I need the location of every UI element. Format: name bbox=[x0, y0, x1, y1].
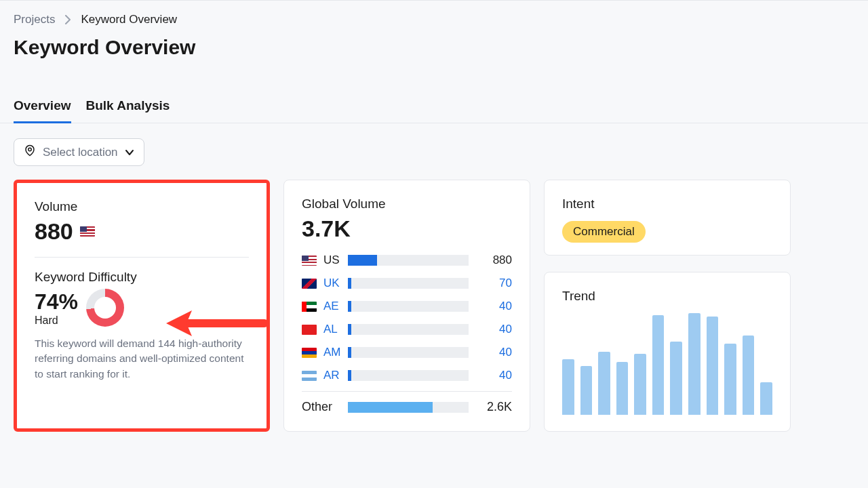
trend-bar bbox=[562, 359, 574, 415]
flag-ar-icon bbox=[302, 371, 317, 381]
tabs: Overview Bulk Analysis bbox=[0, 93, 868, 123]
country-code: US bbox=[323, 253, 341, 267]
trend-bar bbox=[598, 352, 610, 415]
location-pin-icon bbox=[24, 144, 36, 160]
country-value: 40 bbox=[475, 369, 512, 382]
country-value: 880 bbox=[475, 253, 512, 267]
flag-us-icon bbox=[80, 226, 95, 237]
select-location-dropdown[interactable]: Select location bbox=[14, 138, 144, 166]
breadcrumb: Projects Keyword Overview bbox=[14, 13, 854, 26]
country-row-uk[interactable]: UK 70 bbox=[302, 272, 512, 295]
trend-bar bbox=[652, 315, 665, 415]
flag-al-icon bbox=[302, 325, 317, 335]
trend-chart bbox=[562, 313, 772, 415]
intent-badge[interactable]: Commercial bbox=[562, 221, 646, 243]
breadcrumb-current: Keyword Overview bbox=[81, 13, 177, 26]
global-volume-heading: Global Volume bbox=[302, 197, 512, 211]
country-row-us[interactable]: US 880 bbox=[302, 249, 512, 272]
volume-value: 880 bbox=[35, 218, 73, 245]
chevron-right-icon bbox=[64, 15, 71, 24]
kd-percent: 74% bbox=[35, 289, 78, 314]
country-row-al[interactable]: AL 40 bbox=[302, 318, 512, 341]
breadcrumb-root[interactable]: Projects bbox=[14, 13, 55, 26]
country-code: AE bbox=[323, 300, 341, 313]
country-row-ar[interactable]: AR 40 bbox=[302, 364, 512, 387]
volume-heading: Volume bbox=[35, 199, 249, 214]
country-row-am[interactable]: AM 40 bbox=[302, 341, 512, 364]
page-title: Keyword Overview bbox=[14, 36, 854, 59]
country-code: UK bbox=[323, 277, 341, 290]
annotation-arrow-icon bbox=[159, 306, 268, 343]
flag-us-icon bbox=[302, 256, 317, 266]
trend-card: Trend bbox=[544, 272, 791, 432]
kd-description: This keyword will demand 144 high-author… bbox=[35, 336, 249, 382]
tab-bulk-analysis[interactable]: Bulk Analysis bbox=[86, 93, 170, 123]
volume-card: Volume 880 Keyword Difficulty 74% Hard T… bbox=[14, 180, 270, 432]
trend-bar bbox=[616, 362, 629, 415]
country-code: AM bbox=[323, 346, 341, 359]
bar-track bbox=[348, 347, 469, 358]
flag-am-icon bbox=[302, 348, 317, 358]
global-volume-value: 3.7K bbox=[302, 216, 512, 242]
intent-heading: Intent bbox=[562, 197, 772, 211]
kd-heading: Keyword Difficulty bbox=[35, 270, 249, 285]
country-value: 40 bbox=[475, 346, 512, 359]
trend-heading: Trend bbox=[562, 289, 772, 304]
bar-track bbox=[348, 324, 469, 335]
trend-bar bbox=[707, 317, 719, 415]
kd-label: Hard bbox=[35, 314, 78, 327]
trend-bar bbox=[580, 366, 593, 415]
svg-point-0 bbox=[28, 148, 32, 151]
bar-track bbox=[348, 402, 469, 413]
country-value: 40 bbox=[475, 323, 512, 336]
trend-bar bbox=[670, 342, 682, 415]
divider bbox=[35, 257, 249, 258]
trend-bar bbox=[688, 313, 701, 415]
country-row-other[interactable]: Other 2.6K bbox=[302, 391, 512, 414]
global-volume-card: Global Volume 3.7K US 880 UK 70 AE 40 bbox=[283, 180, 530, 432]
country-code: AR bbox=[323, 369, 341, 382]
trend-bar bbox=[760, 382, 772, 415]
chevron-down-icon bbox=[125, 146, 134, 159]
kd-donut-chart bbox=[86, 289, 124, 327]
country-value: 40 bbox=[475, 300, 512, 313]
trend-bar bbox=[634, 354, 646, 415]
intent-card: Intent Commercial bbox=[544, 180, 791, 256]
select-location-label: Select location bbox=[43, 146, 118, 159]
other-label: Other bbox=[302, 400, 341, 414]
country-row-ae[interactable]: AE 40 bbox=[302, 295, 512, 318]
flag-uk-icon bbox=[302, 279, 317, 289]
country-value: 70 bbox=[475, 277, 512, 290]
bar-track bbox=[348, 278, 469, 289]
bar-track bbox=[348, 255, 469, 266]
tab-overview[interactable]: Overview bbox=[14, 93, 71, 123]
country-code: AL bbox=[323, 323, 341, 336]
bar-track bbox=[348, 301, 469, 312]
bar-track bbox=[348, 370, 469, 381]
trend-bar bbox=[724, 344, 736, 415]
other-value: 2.6K bbox=[475, 400, 512, 414]
flag-ae-icon bbox=[302, 302, 317, 312]
trend-bar bbox=[743, 336, 755, 415]
